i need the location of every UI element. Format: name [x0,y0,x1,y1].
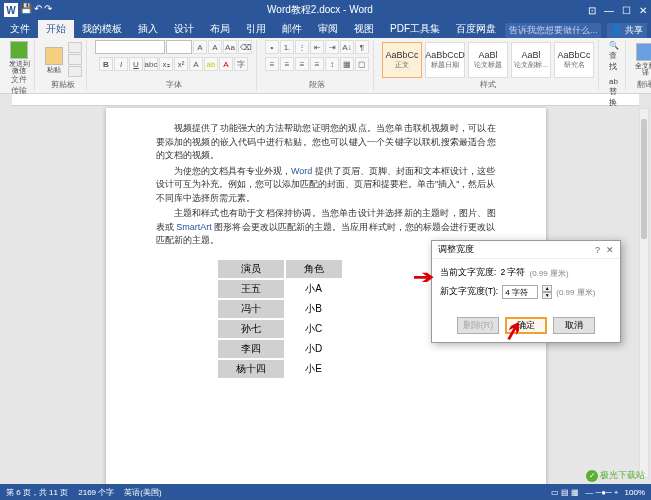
status-words[interactable]: 2169 个字 [78,487,114,498]
qa-redo-icon[interactable]: ↷ [44,3,52,17]
strike-button[interactable]: abc [144,57,158,71]
table-row: 演员角色 [218,260,342,278]
zoom-slider[interactable]: — ─●─ + [585,488,618,497]
translate-button[interactable]: 全文翻译 [634,43,651,77]
tab-design[interactable]: 设计 [166,20,202,38]
indent-dec-button[interactable]: ⇤ [310,40,324,54]
change-case-button[interactable]: Aa [223,40,237,54]
align-left-button[interactable]: ≡ [265,57,279,71]
current-width-value: 2 字符 [500,267,525,279]
tab-mytemplate[interactable]: 我的模板 [74,20,130,38]
status-bar: 第 6 页，共 11 页 2169 个字 英语(美国) ▭ ▤ ▦ — ─●─ … [0,484,651,500]
style-normal[interactable]: AaBbCc正文 [382,42,422,78]
view-mode-icons[interactable]: ▭ ▤ ▦ [551,488,579,497]
zoom-level[interactable]: 100% [625,488,645,497]
table-row: 李四小D [218,340,342,358]
bullets-button[interactable]: • [265,40,279,54]
paste-button[interactable]: 粘贴 [43,43,65,77]
dialog-help-icon[interactable]: ? [595,245,600,255]
content-table: 演员角色 王五小A 冯十小B 孙七小C 李四小D 杨十四小E [216,258,344,380]
tab-view[interactable]: 视图 [346,20,382,38]
justify-button[interactable]: ≡ [310,57,324,71]
replace-button[interactable]: ab替换 [607,76,621,109]
new-width-input[interactable] [502,285,538,299]
sort-button[interactable]: A↓ [340,40,354,54]
tab-review[interactable]: 审阅 [310,20,346,38]
vertical-scrollbar[interactable] [639,108,649,478]
find-button[interactable]: 🔍查找 [607,40,621,73]
style-1[interactable]: AaBbCcD标题日期 [425,42,465,78]
status-page[interactable]: 第 6 页，共 11 页 [6,487,68,498]
ribbon: 发送到微信 文件传输 粘贴 剪贴板 A A Aa ⌫ B I U abc x₂ [0,38,651,94]
group-paragraph-label: 段落 [265,79,369,90]
copy-button[interactable] [68,54,82,65]
multilevel-button[interactable]: ⋮ [295,40,309,54]
char-shading-button[interactable]: 字 [234,57,248,71]
bold-button[interactable]: B [99,57,113,71]
superscript-button[interactable]: x² [174,57,188,71]
share-button[interactable]: 👤 共享 [607,23,647,38]
dialog-title: 调整宽度 [438,243,474,256]
text-effects-button[interactable]: A [189,57,203,71]
clear-format-button[interactable]: ⌫ [238,40,252,54]
scroll-thumb[interactable] [641,119,647,239]
styles-gallery[interactable]: AaBbCc正文 AaBbCcD标题日期 AaBl论文标题 AaBl论文副标..… [382,40,594,79]
group-filetransfer-label: 文件传输 [8,74,30,96]
word-icon: W [4,3,18,17]
send-wechat-button[interactable]: 发送到微信 [8,40,30,74]
italic-button[interactable]: I [114,57,128,71]
tab-home[interactable]: 开始 [38,20,74,38]
subscript-button[interactable]: x₂ [159,57,173,71]
table-row: 冯十小B [218,300,342,318]
indent-inc-button[interactable]: ⇥ [325,40,339,54]
status-lang[interactable]: 英语(美国) [124,487,161,498]
cut-button[interactable] [68,42,82,53]
tab-references[interactable]: 引用 [238,20,274,38]
window-maximize-icon[interactable]: ☐ [622,5,631,16]
tab-insert[interactable]: 插入 [130,20,166,38]
tab-pdf[interactable]: PDF工具集 [382,20,448,38]
qa-save-icon[interactable]: 💾 [20,3,32,17]
ruler[interactable] [12,94,639,106]
qa-undo-icon[interactable]: ↶ [34,3,42,17]
font-size-combo[interactable] [166,40,192,54]
align-center-button[interactable]: ≡ [280,57,294,71]
format-painter-button[interactable] [68,66,82,77]
dialog-close-icon[interactable]: ✕ [606,245,614,255]
table-row: 王五小A [218,280,342,298]
borders-button[interactable]: ▢ [355,57,369,71]
cancel-button[interactable]: 取消 [553,317,595,334]
window-minimize-icon[interactable]: — [604,5,614,16]
style-3[interactable]: AaBl论文副标... [511,42,551,78]
window-help-icon[interactable]: ⊡ [588,5,596,16]
spinner-down-icon[interactable]: ▼ [542,292,552,299]
tab-layout[interactable]: 布局 [202,20,238,38]
font-name-combo[interactable] [95,40,165,54]
doc-title: Word教程2.docx - Word [267,3,373,17]
watermark: ✓极光下载站 [586,469,645,482]
tab-baidu[interactable]: 百度网盘 [448,20,504,38]
tellme-input[interactable]: 告诉我您想要做什么... [505,23,602,38]
linespacing-button[interactable]: ↕ [325,57,339,71]
ok-button[interactable]: 确定 [505,317,547,334]
underline-button[interactable]: U [129,57,143,71]
group-translate-label: 翻译 [634,79,651,90]
showmarks-button[interactable]: ¶ [355,40,369,54]
align-right-button[interactable]: ≡ [295,57,309,71]
style-2[interactable]: AaBl论文标题 [468,42,508,78]
group-clipboard-label: 剪贴板 [43,79,82,90]
shrink-font-button[interactable]: A [208,40,222,54]
tab-file[interactable]: 文件 [2,20,38,38]
font-color-button[interactable]: A [219,57,233,71]
window-close-icon[interactable]: ✕ [639,5,647,16]
numbering-button[interactable]: 1. [280,40,294,54]
grow-font-button[interactable]: A [193,40,207,54]
highlight-button[interactable]: ab [204,57,218,71]
tab-mail[interactable]: 邮件 [274,20,310,38]
style-4[interactable]: AaBbCc研究名 [554,42,594,78]
remove-button[interactable]: 删除(R) [457,317,499,334]
current-width-cm: (0.99 厘米) [529,268,568,279]
spinner-up-icon[interactable]: ▲ [542,285,552,292]
group-font-label: 字体 [95,79,252,90]
shading-button[interactable]: ▦ [340,57,354,71]
